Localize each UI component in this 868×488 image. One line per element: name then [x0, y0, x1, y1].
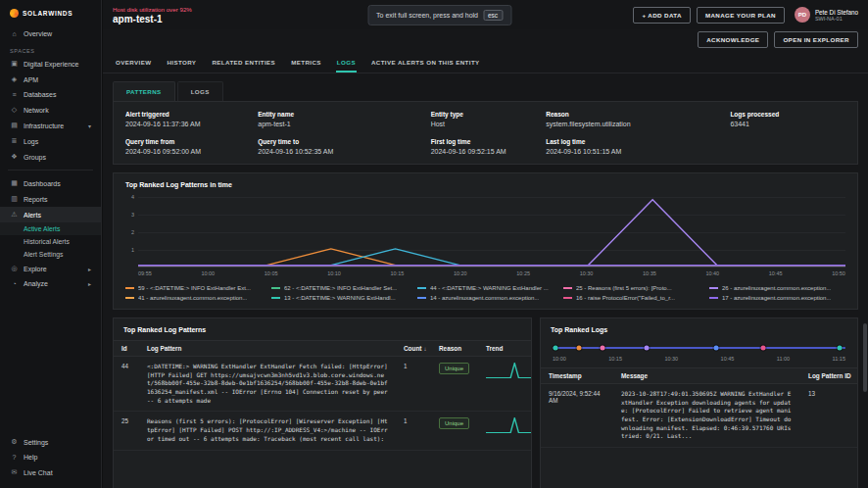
- toplogs-table: Timestamp Message Log Pattern ID 9/16/20…: [541, 367, 857, 448]
- scrollbar-thumb[interactable]: [863, 323, 867, 392]
- legend-item[interactable]: 62 - <:DATETIME:> INFO ExtHandler Set...: [271, 285, 408, 291]
- alert-condition-link[interactable]: Host disk utilization over 92%: [113, 6, 192, 13]
- cell-trend: [478, 357, 531, 412]
- infrastructure-icon: ▤: [10, 122, 19, 129]
- field-value: Host: [431, 121, 547, 127]
- fullscreen-toast: To exit full screen, press and hold esc: [367, 5, 511, 25]
- col-header-log-pattern-id[interactable]: Log Pattern ID: [800, 368, 857, 384]
- sidebar-item-reports[interactable]: ▥ Reports: [0, 191, 101, 207]
- legend-label: 17 - azurelinuxagent.common.exception...: [722, 295, 831, 301]
- timeline-dot[interactable]: [576, 346, 581, 351]
- legend-swatch: [125, 287, 134, 289]
- entity-heading: Host disk utilization over 92% apm-test-…: [113, 6, 192, 24]
- sidebar-item-label: Groups: [24, 154, 46, 161]
- col-header-trend[interactable]: Trend: [478, 341, 531, 357]
- x-tick-label: 10:50: [832, 270, 845, 276]
- legend-item[interactable]: 13 - <:DATETIME:> WARNING ExtHandl...: [271, 295, 408, 301]
- sidebar-item-help[interactable]: ? Help: [0, 450, 101, 464]
- network-icon: ◇: [10, 106, 19, 114]
- cell-trend: [478, 412, 531, 450]
- field-label: Query time to: [258, 138, 430, 145]
- table-row[interactable]: 9/16/2024, 9:52:44 AM 2023-10-28T17:49:0…: [541, 384, 857, 448]
- sidebar-item-apm[interactable]: ◈ APM: [0, 72, 101, 87]
- col-header-message[interactable]: Message: [613, 368, 800, 384]
- sidebar-item-overview[interactable]: ⌂ Overview: [0, 26, 101, 41]
- sidebar-item-groups[interactable]: ❖ Groups: [0, 149, 101, 165]
- sidebar-item-network[interactable]: ◇ Network: [0, 102, 101, 118]
- col-header-timestamp[interactable]: Timestamp: [541, 368, 613, 384]
- sidebar-item-alerts[interactable]: ⚠ Alerts: [0, 207, 101, 222]
- field-value: 2024-09-16 09:52:15 AM: [431, 148, 547, 155]
- timeline-dot[interactable]: [600, 346, 604, 351]
- timeline-tick-label: 10:45: [721, 356, 735, 362]
- sidebar-item-dashboards[interactable]: ▦ Dashboards: [0, 175, 101, 191]
- timeline-dot[interactable]: [714, 346, 719, 351]
- groups-icon: ❖: [10, 153, 19, 161]
- timeline-dot[interactable]: [553, 346, 557, 351]
- legend-item[interactable]: 59 - <:DATETIME:> INFO ExtHandler Ext...: [125, 285, 262, 291]
- sidebar-item-digital-experience[interactable]: ▣ Digital Experience: [0, 56, 101, 72]
- legend-item[interactable]: 44 - <:DATETIME:> WARNING ExtHandler ...: [417, 285, 554, 291]
- tab-metrics[interactable]: METRICS: [290, 54, 322, 73]
- toast-text: To exit full screen, press and hold: [376, 12, 478, 19]
- field-label: Entity type: [431, 111, 547, 118]
- col-header-pattern[interactable]: Log Pattern: [139, 341, 396, 357]
- x-tick-label: 10:40: [705, 270, 719, 276]
- timeline-dot[interactable]: [644, 346, 649, 351]
- sidebar-item-infrastructure[interactable]: ▤ Infrastructure ▾: [0, 118, 101, 133]
- tab-overview[interactable]: OVERVIEW: [115, 54, 152, 73]
- field-value: 2024-09-16 10:51:15 AM: [546, 148, 730, 155]
- legend-item[interactable]: 41 - azurelinuxagent.common.exception...: [125, 295, 262, 301]
- add-data-button[interactable]: + ADD DATA: [633, 7, 691, 24]
- x-tick-label: 10:25: [516, 270, 530, 276]
- x-tick-label: 10:05: [265, 270, 278, 276]
- open-in-explorer-button[interactable]: OPEN IN EXPLORER: [774, 31, 858, 48]
- legend-item[interactable]: 26 - azurelinuxagent.common.exception...: [709, 285, 845, 291]
- tab-related-entities[interactable]: RELATED ENTITIES: [211, 54, 276, 73]
- brand-logo[interactable]: SOLARWINDS: [0, 0, 101, 24]
- subtab-logs[interactable]: LOGS: [177, 81, 223, 101]
- sidebar-item-logs[interactable]: ≣ Logs: [0, 133, 101, 149]
- timeline-dot[interactable]: [838, 346, 843, 351]
- sidebar-item-live-chat[interactable]: ✉ Live Chat: [0, 464, 101, 480]
- tab-history[interactable]: HISTORY: [166, 54, 197, 73]
- apm-icon: ◈: [10, 75, 19, 83]
- sidebar-item-active-alerts[interactable]: Active Alerts: [0, 222, 101, 235]
- sidebar-item-analyze[interactable]: ◔ Analyze ▸: [0, 276, 101, 291]
- legend-item[interactable]: 25 - Reasons (first 5 errors): [Proto...: [563, 285, 699, 291]
- field-label: Alert triggered: [125, 111, 258, 118]
- sidebar-item-historical-alerts[interactable]: Historical Alerts: [0, 235, 101, 248]
- legend-item[interactable]: 17 - azurelinuxagent.common.exception...: [709, 295, 845, 301]
- manage-plan-button[interactable]: MANAGE YOUR PLAN: [697, 7, 785, 24]
- col-header-count[interactable]: Count↓: [396, 341, 431, 357]
- sidebar-item-explore[interactable]: ◎ Explore ▸: [0, 261, 101, 276]
- legend-item[interactable]: 16 - raise ProtocolError("Failed_to_r...: [563, 295, 699, 301]
- user-menu[interactable]: PD Pete Di Stefano SWI-NA-01: [795, 7, 858, 23]
- sort-desc-icon: ↓: [423, 346, 426, 352]
- legend-item[interactable]: 14 - azurelinuxagent.common.exception...: [417, 295, 554, 301]
- tab-logs[interactable]: LOGS: [336, 54, 357, 73]
- timeline-dot[interactable]: [761, 346, 766, 351]
- acknowledge-button[interactable]: ACKNOWLEDGE: [698, 31, 768, 48]
- sidebar-item-label: Explore: [24, 266, 47, 272]
- home-icon: ⌂: [10, 30, 19, 37]
- subtab-patterns[interactable]: PATTERNS: [113, 81, 175, 101]
- x-tick-label: 10:20: [454, 270, 467, 276]
- patterns-panel-title: Top Ranked Log Patterns: [123, 326, 521, 333]
- x-tick-label: 10:30: [580, 270, 594, 276]
- table-row[interactable]: 44 <:DATETIME:> WARNING ExtHandler ExtHa…: [114, 357, 531, 412]
- sidebar-item-databases[interactable]: ≡ Databases: [0, 87, 101, 102]
- sidebar-item-alert-settings[interactable]: Alert Settings: [0, 248, 101, 261]
- sidebar-item-settings[interactable]: ⚙ Settings: [0, 434, 101, 450]
- col-header-id[interactable]: Id: [114, 341, 139, 357]
- reports-icon: ▥: [10, 195, 19, 203]
- chart-plot-area[interactable]: [138, 197, 845, 268]
- user-name: Pete Di Stefano: [815, 9, 858, 16]
- timeline-track[interactable]: [553, 347, 845, 349]
- logs-timeline-slider[interactable]: [553, 342, 845, 354]
- table-row[interactable]: 25 Reasons (first 5 errors): [ProtocolEr…: [114, 412, 531, 450]
- main-area: Host disk utilization over 92% apm-test-…: [103, 0, 868, 488]
- tab-active-alerts-on-entity[interactable]: ACTIVE ALERTS ON THIS ENTITY: [370, 54, 481, 73]
- col-header-reason[interactable]: Reason: [431, 341, 478, 357]
- timeline-tick-label: 10:00: [553, 356, 566, 362]
